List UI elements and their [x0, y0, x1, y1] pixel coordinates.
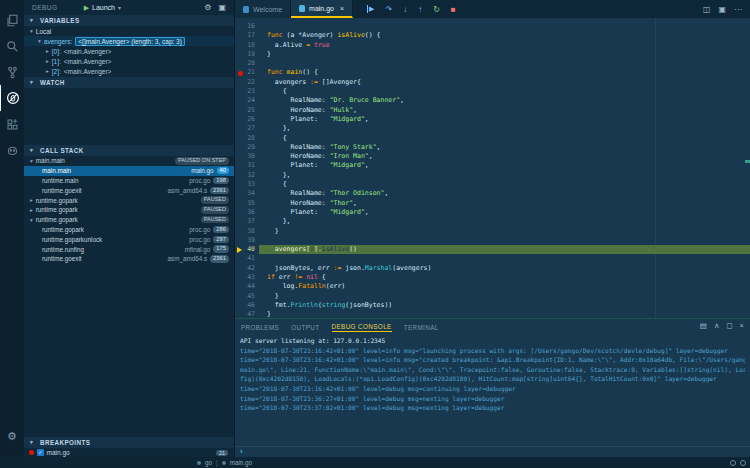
notifications-bell-icon[interactable]: [740, 460, 746, 466]
gutter[interactable]: 39: [235, 236, 259, 245]
close-tab-icon[interactable]: ×: [340, 5, 344, 12]
panel-tab-terminal[interactable]: TERMINAL: [404, 324, 439, 332]
stack-frame-row[interactable]: runtime.goparkproc.go286: [24, 225, 234, 235]
variable-row[interactable]: ▾Local: [24, 26, 234, 36]
stop-icon[interactable]: ■: [451, 5, 456, 14]
gutter[interactable]: 22: [235, 78, 259, 87]
code-line: 34 RealName: "Thor Odinson",: [235, 189, 750, 198]
stack-frame-row[interactable]: runtime.runfingmfinal.go175: [24, 244, 234, 254]
code-line: 37 },: [235, 217, 750, 226]
code-line-text: }: [259, 292, 750, 301]
gutter[interactable]: 16: [235, 22, 259, 31]
step-over-icon[interactable]: ↷: [385, 5, 392, 14]
panel-tab-output[interactable]: OUTPUT: [291, 324, 319, 332]
toggle-debug-console-icon[interactable]: ▣: [218, 3, 226, 12]
stack-frame-row[interactable]: ▸runtime.goparkPAUSED: [24, 205, 234, 215]
gutter[interactable]: 26: [235, 115, 259, 124]
debug-console-output[interactable]: API server listening at: 127.0.0.1:2345t…: [235, 332, 750, 448]
configure-gear-icon[interactable]: ⚙: [204, 3, 211, 12]
stack-frame-row[interactable]: main.mainmain.go40: [24, 166, 234, 176]
gutter[interactable]: 37: [235, 217, 259, 226]
editor-layout-icon[interactable]: ▣: [718, 5, 726, 14]
gutter[interactable]: 28: [235, 134, 259, 143]
split-editor-icon[interactable]: ◫: [703, 5, 711, 14]
breakpoint-row[interactable]: ✓ main.go 21: [24, 448, 234, 457]
maximize-panel-icon[interactable]: ∧: [714, 321, 720, 330]
stack-frame-row[interactable]: runtime.goexitasm_amd64.s2361: [24, 185, 234, 195]
stack-frame-row[interactable]: ▸runtime.goparkPAUSED: [24, 195, 234, 205]
watch-section-header[interactable]: ▾ WATCH: [24, 77, 234, 88]
gutter[interactable]: 46: [235, 301, 259, 310]
tab-welcome[interactable]: Welcome: [235, 0, 291, 18]
variable-row[interactable]: ▾avengers:<[]main.Avenger> (length: 3, c…: [24, 36, 234, 46]
panel-tab-debug-console[interactable]: DEBUG CONSOLE: [332, 323, 392, 332]
gutter[interactable]: 17: [235, 31, 259, 40]
stack-frame-row[interactable]: runtime.mainproc.go198: [24, 176, 234, 186]
frame-label: runtime.gopark: [36, 197, 78, 204]
breakpoint-checkbox[interactable]: ✓: [37, 449, 44, 456]
variable-row[interactable]: ▸[1]:<main.Avenger>: [24, 56, 234, 66]
gutter[interactable]: 45: [235, 292, 259, 301]
gutter[interactable]: 19: [235, 50, 259, 59]
start-debugging-icon[interactable]: ▶: [84, 4, 89, 12]
step-into-icon[interactable]: ↓: [403, 5, 407, 14]
gutter[interactable]: 36: [235, 208, 259, 217]
frame-label: runtime.gopark: [36, 216, 78, 223]
gutter[interactable]: 29: [235, 143, 259, 152]
gutter[interactable]: 25: [235, 106, 259, 115]
settings-gear-icon[interactable]: ⚙: [0, 423, 24, 449]
gutter[interactable]: 32: [235, 171, 259, 180]
gutter[interactable]: 40: [235, 245, 259, 254]
frame-line-badge: 40: [217, 167, 229, 175]
gutter[interactable]: 34: [235, 189, 259, 198]
gutter[interactable]: 21: [235, 68, 259, 77]
gutter[interactable]: 20: [235, 59, 259, 68]
gutter[interactable]: 38: [235, 227, 259, 236]
file-status-label[interactable]: main.go: [230, 459, 252, 466]
gutter[interactable]: 23: [235, 87, 259, 96]
stack-frame-row[interactable]: ▾main.mainPAUSED ON STEP: [24, 156, 234, 166]
variable-row[interactable]: ▸[2]:<main.Avenger>: [24, 66, 234, 76]
gutter[interactable]: 18: [235, 41, 259, 50]
restore-panel-icon[interactable]: ◻: [726, 321, 732, 330]
close-panel-icon[interactable]: ×: [740, 321, 744, 330]
panel-tab-problems[interactable]: PROBLEMS: [241, 324, 279, 332]
gutter[interactable]: 24: [235, 96, 259, 105]
debug-icon[interactable]: [0, 85, 24, 111]
more-actions-icon[interactable]: ⋯: [734, 5, 742, 14]
gutter[interactable]: 41: [235, 254, 259, 263]
continue-icon[interactable]: ▶: [367, 5, 374, 13]
feedback-icon[interactable]: [730, 460, 736, 466]
restart-icon[interactable]: ↻: [433, 5, 440, 14]
stack-frame-row[interactable]: ▾runtime.goparkPAUSED: [24, 215, 234, 225]
variable-row[interactable]: ▸[0]:<main.Avenger>: [24, 46, 234, 56]
source-control-icon[interactable]: [0, 59, 24, 85]
gopher-icon[interactable]: [0, 137, 24, 163]
go-status-label[interactable]: go: [205, 459, 212, 466]
extensions-icon[interactable]: [0, 111, 24, 137]
stack-frame-row[interactable]: runtime.goparkunlockproc.go297: [24, 234, 234, 244]
gutter[interactable]: 30: [235, 152, 259, 161]
gutter[interactable]: 31: [235, 161, 259, 170]
gutter[interactable]: 42: [235, 264, 259, 273]
step-out-icon[interactable]: ↑: [418, 5, 422, 14]
gutter[interactable]: 44: [235, 282, 259, 291]
status-bar: go | main.go: [0, 457, 750, 468]
breakpoint-icon[interactable]: [238, 71, 243, 76]
call-stack-section-header[interactable]: ▾ CALL STACK: [24, 145, 234, 156]
tab-main-go[interactable]: main.go×: [291, 0, 353, 18]
gutter[interactable]: 43: [235, 273, 259, 282]
breakpoints-section-header[interactable]: ▾ BREAKPOINTS: [24, 437, 234, 448]
variables-section-header[interactable]: ▾ VARIABLES: [24, 15, 234, 26]
explorer-icon[interactable]: [0, 7, 24, 33]
line-number: 28: [247, 134, 255, 142]
code-editor[interactable]: 1617func (a *Avenger) isAlive() {18 a.Al…: [235, 18, 750, 322]
stack-frame-row[interactable]: runtime.goexitasm_amd64.s2361: [24, 254, 234, 264]
debug-console-input[interactable]: ›: [235, 446, 750, 457]
gutter[interactable]: 35: [235, 199, 259, 208]
gutter[interactable]: 27: [235, 124, 259, 133]
clear-console-icon[interactable]: ▤: [700, 321, 707, 330]
launch-config-picker[interactable]: ▶ Launch ▾: [84, 4, 121, 12]
search-icon[interactable]: [0, 33, 24, 59]
gutter[interactable]: 33: [235, 180, 259, 189]
